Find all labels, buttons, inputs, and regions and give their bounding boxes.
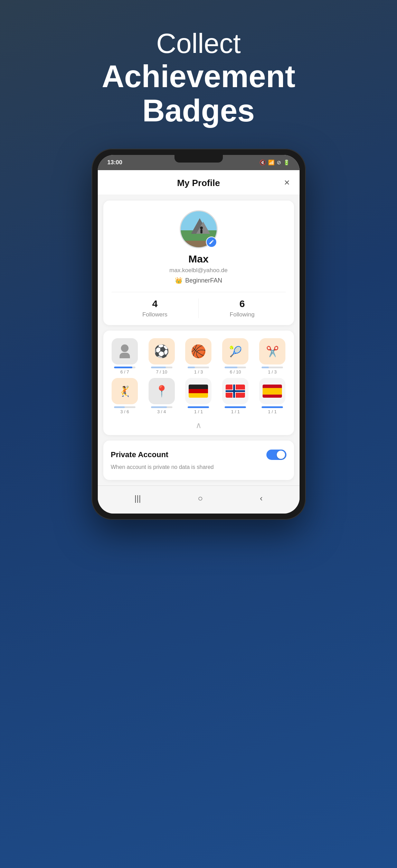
phone-screen: 13:00 🔇 📶 ⊘ 🔋 My Profile × — [98, 155, 300, 514]
badge-fraction-6: 3 / 4 — [157, 409, 166, 414]
badges-card: 6 / 7 ⚽ 7 / 10 🏀 — [103, 331, 294, 435]
stats-row: 4 Followers 6 Following — [112, 292, 286, 318]
chevron-up-icon: ∧ — [196, 421, 202, 430]
bottom-nav: ||| ○ ‹ — [98, 486, 300, 514]
private-account-desc: When account is private no data is share… — [111, 464, 214, 470]
badge-basketball[interactable]: 🏀 1 / 3 — [182, 338, 215, 375]
badge-location[interactable]: 📍 3 / 4 — [145, 378, 178, 414]
nav-back-button[interactable]: ||| — [127, 491, 148, 506]
badge-person[interactable]: 6 / 7 — [108, 338, 142, 375]
nav-home-button[interactable]: ○ — [191, 491, 210, 506]
badge-spain[interactable]: 1 / 1 — [256, 378, 289, 414]
badge-fraction-4: 1 / 3 — [268, 369, 276, 375]
following-label: Following — [230, 311, 255, 318]
close-button[interactable]: × — [284, 177, 290, 188]
user-name: Max — [188, 253, 208, 265]
followers-count: 4 — [152, 298, 158, 310]
hero-line3: Badges — [102, 94, 295, 128]
badge-sport5[interactable]: ✂️ 1 / 3 — [256, 338, 289, 375]
badge-fraction-3: 6 / 10 — [230, 369, 241, 375]
svg-rect-6 — [200, 229, 202, 233]
badge-fraction-8: 1 / 1 — [231, 409, 240, 414]
profile-header: My Profile × — [98, 170, 300, 195]
badge-soccer[interactable]: ⚽ 7 / 10 — [145, 338, 178, 375]
hero-section: Collect Achievement Badges — [102, 28, 295, 128]
badges-chevron[interactable]: ∧ — [108, 419, 289, 430]
status-icons: 🔇 📶 ⊘ 🔋 — [259, 159, 290, 166]
followers-label: Followers — [142, 311, 168, 318]
nav-forward-button[interactable]: ‹ — [253, 491, 270, 506]
user-rank: BeginnerFAN — [185, 277, 222, 284]
profile-card: Max max.koelbl@yahoo.de 👑 BeginnerFAN 4 … — [103, 201, 294, 325]
badge-handball[interactable]: 🤾 3 / 6 — [108, 378, 142, 414]
badge-norway[interactable]: 1 / 1 — [219, 378, 252, 414]
status-time: 13:00 — [107, 159, 122, 166]
edit-avatar-button[interactable] — [206, 237, 217, 248]
following-stat[interactable]: 6 Following — [199, 298, 286, 318]
badge-fraction-0: 6 / 7 — [120, 369, 129, 375]
badge-germany[interactable]: 1 / 1 — [182, 378, 215, 414]
badge-fraction-2: 1 / 3 — [194, 369, 203, 375]
badge-fraction-1: 7 / 10 — [156, 369, 167, 375]
followers-stat[interactable]: 4 Followers — [112, 298, 199, 318]
following-count: 6 — [239, 298, 245, 310]
private-account-row: Private Account — [111, 450, 286, 460]
badge-fraction-5: 3 / 6 — [120, 409, 129, 414]
rank-icon: 👑 — [175, 277, 182, 284]
badges-grid: 6 / 7 ⚽ 7 / 10 🏀 — [108, 338, 289, 414]
avatar-container — [180, 210, 218, 248]
badge-check[interactable]: 🎾 6 / 10 — [219, 338, 252, 375]
profile-title: My Profile — [177, 178, 220, 188]
svg-point-5 — [200, 227, 203, 229]
badge-fraction-9: 1 / 1 — [268, 409, 276, 414]
user-rank-row: 👑 BeginnerFAN — [175, 277, 222, 284]
hero-line1: Collect — [102, 28, 295, 59]
private-account-card: Private Account When account is private … — [103, 441, 294, 480]
user-email: max.koelbl@yahoo.de — [169, 267, 227, 274]
phone-notch — [174, 155, 223, 163]
phone-shell: 13:00 🔇 📶 ⊘ 🔋 My Profile × — [92, 149, 306, 520]
private-account-toggle[interactable] — [266, 450, 286, 460]
hero-line2: Achievement — [102, 59, 295, 94]
private-account-title: Private Account — [111, 450, 169, 459]
badge-fraction-7: 1 / 1 — [194, 409, 203, 414]
